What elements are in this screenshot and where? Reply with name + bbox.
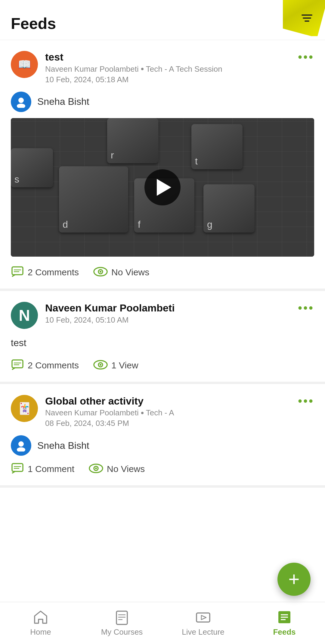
feed-item-1-user-avatar bbox=[11, 92, 31, 112]
feed-item-2-comments-count: 2 Comments bbox=[28, 360, 79, 370]
feed-item-2-comments[interactable]: 2 Comments bbox=[11, 358, 79, 373]
feed-item-2-author-name: Naveen Kumar Poolambeti bbox=[45, 302, 175, 314]
feed-item-1-comments-count: 2 Comments bbox=[28, 267, 79, 277]
feed-item-3-comments[interactable]: 1 Comment bbox=[11, 462, 74, 476]
key-d: d bbox=[59, 166, 128, 233]
comment-icon bbox=[11, 265, 24, 280]
feed-item-1-views-count: No Views bbox=[111, 267, 149, 277]
feed-item-3: 🃏 Global other activity Naveen Kumar Poo… bbox=[0, 384, 325, 488]
feed-item-2-date: 10 Feb, 2024, 05:10 AM bbox=[45, 315, 175, 325]
feed-item-2-avatar-letter: N bbox=[19, 306, 30, 324]
feed-item-2-content: test bbox=[11, 336, 314, 350]
play-button[interactable] bbox=[144, 169, 181, 205]
feed-item-1-author-name: Naveen Kumar Poolambeti bbox=[45, 64, 139, 74]
feed-item-2-views[interactable]: 1 View bbox=[93, 360, 138, 371]
feed-item-1: 📖 test Naveen Kumar Poolambeti Tech - A … bbox=[0, 40, 325, 291]
feed-item-1-header: 📖 test Naveen Kumar Poolambeti Tech - A … bbox=[11, 51, 314, 84]
feed-item-1-more-button[interactable]: ••• bbox=[298, 51, 314, 63]
feed-item-1-author: 📖 test Naveen Kumar Poolambeti Tech - A … bbox=[11, 51, 222, 84]
feed-item-2-header: N Naveen Kumar Poolambeti 10 Feb, 2024, … bbox=[11, 302, 314, 329]
feed-item-2-avatar: N bbox=[11, 302, 38, 329]
svg-point-19 bbox=[18, 441, 24, 447]
feed-item-3-user-avatar bbox=[11, 435, 31, 456]
nav-item-live-lecture[interactable]: Live Lecture bbox=[162, 602, 244, 644]
bottom-navigation: Home My Courses Live Lecture bbox=[0, 602, 325, 644]
svg-point-27 bbox=[95, 467, 97, 469]
feed-item-3-views-count: No Views bbox=[107, 464, 145, 474]
home-icon bbox=[33, 609, 48, 625]
feed-item-3-views[interactable]: No Views bbox=[89, 464, 145, 474]
feed-item-3-more-button[interactable]: ••• bbox=[298, 395, 314, 407]
live-lecture-icon bbox=[195, 609, 211, 625]
feed-item-1-course: Tech - A Tech Session bbox=[146, 64, 222, 74]
nav-my-courses-label: My Courses bbox=[101, 627, 143, 637]
feed-item-1-date: 10 Feb, 2024, 05:18 AM bbox=[45, 75, 222, 84]
svg-point-4 bbox=[17, 104, 25, 108]
nav-live-lecture-label: Live Lecture bbox=[182, 627, 224, 637]
header: Feeds bbox=[0, 0, 325, 40]
filter-button[interactable] bbox=[300, 11, 314, 27]
comment-icon-3 bbox=[11, 462, 24, 476]
key-r: r bbox=[107, 118, 158, 163]
dot-separator-3 bbox=[141, 412, 144, 414]
feed-item-3-author: 🃏 Global other activity Naveen Kumar Poo… bbox=[11, 395, 174, 428]
feed-item-2-views-count: 1 View bbox=[111, 360, 138, 370]
my-courses-icon bbox=[114, 609, 130, 625]
svg-point-18 bbox=[100, 364, 101, 366]
book-icon: 📖 bbox=[18, 58, 31, 71]
key-s: s bbox=[11, 148, 53, 187]
feed-item-1-posted-by: Sneha Bisht bbox=[37, 96, 89, 107]
svg-rect-5 bbox=[12, 267, 23, 275]
feed-item-2-more-button[interactable]: ••• bbox=[298, 302, 314, 314]
comment-icon-2 bbox=[11, 358, 24, 373]
feed-item-3-stats: 1 Comment No Views bbox=[11, 462, 314, 476]
feed-item-1-comments[interactable]: 2 Comments bbox=[11, 265, 79, 280]
play-triangle-icon bbox=[157, 179, 171, 196]
view-icon-2 bbox=[93, 360, 108, 371]
feed-item-3-comments-count: 1 Comment bbox=[28, 464, 74, 474]
feed-item-1-meta: Naveen Kumar Poolambeti Tech - A Tech Se… bbox=[45, 64, 222, 74]
nav-home-label: Home bbox=[30, 627, 51, 637]
feed-item-1-user-row: Sneha Bisht bbox=[11, 92, 314, 112]
view-icon bbox=[93, 267, 108, 278]
svg-marker-33 bbox=[201, 615, 206, 620]
feed-item-3-meta: Naveen Kumar Poolambeti Tech - A bbox=[45, 408, 174, 417]
view-icon-3 bbox=[89, 464, 103, 474]
page-title: Feeds bbox=[11, 14, 56, 33]
dot-separator bbox=[141, 68, 144, 70]
key-g: g bbox=[203, 184, 255, 233]
feed-item-2-author-info: Naveen Kumar Poolambeti 10 Feb, 2024, 05… bbox=[45, 302, 175, 325]
add-icon: + bbox=[288, 570, 299, 589]
feed-item-3-header: 🃏 Global other activity Naveen Kumar Poo… bbox=[11, 395, 314, 428]
feeds-icon bbox=[277, 609, 292, 625]
feed-item-2-author: N Naveen Kumar Poolambeti 10 Feb, 2024, … bbox=[11, 302, 175, 329]
svg-rect-12 bbox=[12, 360, 23, 368]
svg-point-11 bbox=[100, 271, 101, 273]
add-fab-button[interactable]: + bbox=[277, 563, 311, 596]
feed-item-1-author-info: test Naveen Kumar Poolambeti Tech - A Te… bbox=[45, 51, 222, 84]
nav-item-feeds[interactable]: Feeds bbox=[244, 602, 325, 644]
nav-item-home[interactable]: Home bbox=[0, 602, 81, 644]
feed-item-2-stats: 2 Comments 1 View bbox=[11, 358, 314, 373]
key-t: t bbox=[191, 124, 243, 169]
feed-item-1-stats: 2 Comments No Views bbox=[11, 265, 314, 280]
svg-point-20 bbox=[17, 447, 25, 452]
feed-item-1-views[interactable]: No Views bbox=[93, 267, 149, 278]
feed-item-1-title: test bbox=[45, 51, 222, 63]
svg-rect-21 bbox=[12, 464, 23, 471]
feed-item-3-user-row: Sneha Bisht bbox=[11, 435, 314, 456]
feed-item-1-video[interactable]: s d f r t g bbox=[11, 118, 314, 257]
feed-item-3-author-name: Naveen Kumar Poolambeti bbox=[45, 408, 139, 417]
feed-item-3-avatar: 🃏 bbox=[11, 395, 38, 422]
feed-item-1-avatar: 📖 bbox=[11, 51, 38, 78]
nav-feeds-label: Feeds bbox=[273, 627, 296, 637]
feed-item-2: N Naveen Kumar Poolambeti 10 Feb, 2024, … bbox=[0, 291, 325, 384]
nav-item-my-courses[interactable]: My Courses bbox=[81, 602, 162, 644]
svg-rect-28 bbox=[116, 611, 127, 624]
feed-item-3-title: Global other activity bbox=[45, 395, 174, 407]
feed-item-3-date: 08 Feb, 2024, 03:45 PM bbox=[45, 419, 174, 428]
feed-item-3-course: Tech - A bbox=[146, 408, 174, 417]
svg-point-3 bbox=[18, 98, 24, 103]
cards-icon: 🃏 bbox=[17, 402, 32, 415]
feed-item-3-posted-by: Sneha Bisht bbox=[37, 440, 89, 451]
